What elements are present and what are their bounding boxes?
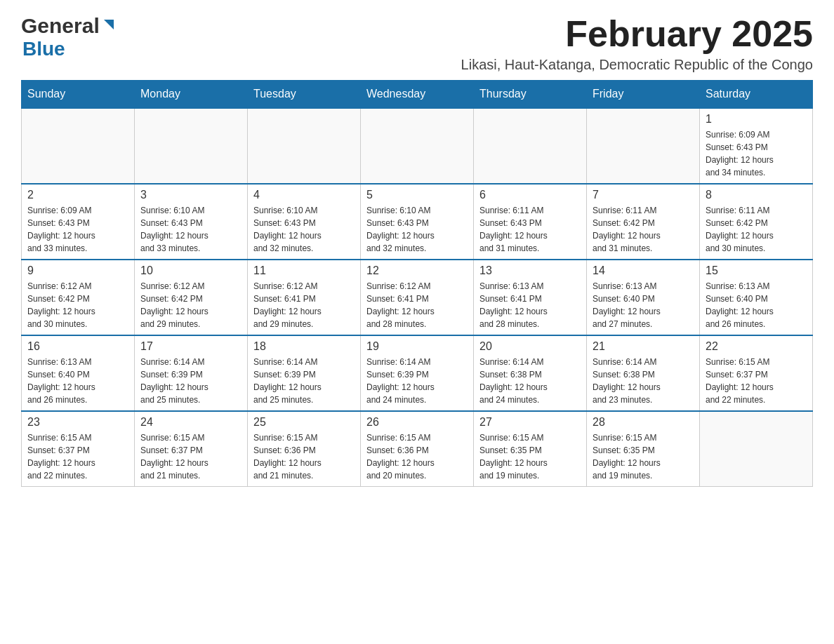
table-row: 3Sunrise: 6:10 AM Sunset: 6:43 PM Daylig… (135, 184, 248, 260)
day-number: 14 (593, 264, 694, 277)
location-subtitle: Likasi, Haut-Katanga, Democratic Republi… (461, 57, 813, 73)
day-info: Sunrise: 6:12 AM Sunset: 6:42 PM Dayligh… (27, 280, 128, 330)
table-row: 5Sunrise: 6:10 AM Sunset: 6:43 PM Daylig… (361, 184, 474, 260)
table-row: 9Sunrise: 6:12 AM Sunset: 6:42 PM Daylig… (22, 260, 135, 335)
day-info: Sunrise: 6:14 AM Sunset: 6:39 PM Dayligh… (366, 356, 468, 406)
day-info: Sunrise: 6:15 AM Sunset: 6:37 PM Dayligh… (706, 356, 807, 406)
logo: General Blue (21, 14, 117, 60)
title-section: February 2025 Likasi, Haut-Katanga, Demo… (461, 14, 813, 73)
table-row: 16Sunrise: 6:13 AM Sunset: 6:40 PM Dayli… (22, 335, 135, 411)
day-info: Sunrise: 6:15 AM Sunset: 6:37 PM Dayligh… (27, 431, 128, 482)
header-sunday: Sunday (22, 81, 135, 109)
day-info: Sunrise: 6:14 AM Sunset: 6:38 PM Dayligh… (593, 356, 694, 406)
header-tuesday: Tuesday (248, 81, 361, 109)
table-row: 4Sunrise: 6:10 AM Sunset: 6:43 PM Daylig… (248, 184, 361, 260)
table-row (361, 108, 474, 184)
day-info: Sunrise: 6:10 AM Sunset: 6:43 PM Dayligh… (140, 204, 241, 255)
table-row: 10Sunrise: 6:12 AM Sunset: 6:42 PM Dayli… (135, 260, 248, 335)
day-info: Sunrise: 6:13 AM Sunset: 6:41 PM Dayligh… (479, 280, 581, 330)
day-number: 8 (706, 189, 807, 201)
table-row: 20Sunrise: 6:14 AM Sunset: 6:38 PM Dayli… (474, 335, 587, 411)
table-row: 6Sunrise: 6:11 AM Sunset: 6:43 PM Daylig… (474, 184, 587, 260)
calendar-week-row: 1Sunrise: 6:09 AM Sunset: 6:43 PM Daylig… (22, 108, 813, 184)
calendar-table: Sunday Monday Tuesday Wednesday Thursday… (21, 80, 813, 487)
table-row: 12Sunrise: 6:12 AM Sunset: 6:41 PM Dayli… (361, 260, 474, 335)
table-row: 26Sunrise: 6:15 AM Sunset: 6:36 PM Dayli… (361, 411, 474, 487)
table-row: 25Sunrise: 6:15 AM Sunset: 6:36 PM Dayli… (248, 411, 361, 487)
calendar-week-row: 9Sunrise: 6:12 AM Sunset: 6:42 PM Daylig… (22, 260, 813, 335)
table-row: 17Sunrise: 6:14 AM Sunset: 6:39 PM Dayli… (135, 335, 248, 411)
day-info: Sunrise: 6:12 AM Sunset: 6:42 PM Dayligh… (140, 280, 241, 330)
logo-general-text: General (21, 14, 100, 38)
svg-marker-0 (104, 20, 114, 29)
header-wednesday: Wednesday (361, 81, 474, 109)
day-info: Sunrise: 6:09 AM Sunset: 6:43 PM Dayligh… (706, 128, 807, 179)
day-info: Sunrise: 6:15 AM Sunset: 6:35 PM Dayligh… (479, 431, 581, 482)
day-number: 28 (593, 416, 694, 429)
page-header: General Blue February 2025 Likasi, Haut-… (21, 14, 813, 73)
day-number: 20 (479, 340, 581, 353)
table-row: 21Sunrise: 6:14 AM Sunset: 6:38 PM Dayli… (587, 335, 700, 411)
table-row: 28Sunrise: 6:15 AM Sunset: 6:35 PM Dayli… (587, 411, 700, 487)
logo-arrow-icon (101, 17, 117, 35)
table-row: 18Sunrise: 6:14 AM Sunset: 6:39 PM Dayli… (248, 335, 361, 411)
calendar-week-row: 2Sunrise: 6:09 AM Sunset: 6:43 PM Daylig… (22, 184, 813, 260)
table-row: 2Sunrise: 6:09 AM Sunset: 6:43 PM Daylig… (22, 184, 135, 260)
day-number: 2 (27, 189, 128, 201)
table-row: 11Sunrise: 6:12 AM Sunset: 6:41 PM Dayli… (248, 260, 361, 335)
day-number: 27 (479, 416, 581, 429)
table-row: 15Sunrise: 6:13 AM Sunset: 6:40 PM Dayli… (700, 260, 813, 335)
table-row: 1Sunrise: 6:09 AM Sunset: 6:43 PM Daylig… (700, 108, 813, 184)
day-info: Sunrise: 6:12 AM Sunset: 6:41 PM Dayligh… (366, 280, 468, 330)
table-row (248, 108, 361, 184)
table-row: 13Sunrise: 6:13 AM Sunset: 6:41 PM Dayli… (474, 260, 587, 335)
day-info: Sunrise: 6:11 AM Sunset: 6:42 PM Dayligh… (706, 204, 807, 255)
table-row (22, 108, 135, 184)
day-number: 25 (253, 416, 355, 429)
table-row: 8Sunrise: 6:11 AM Sunset: 6:42 PM Daylig… (700, 184, 813, 260)
day-info: Sunrise: 6:13 AM Sunset: 6:40 PM Dayligh… (706, 280, 807, 330)
table-row (700, 411, 813, 487)
day-number: 4 (253, 189, 355, 201)
day-info: Sunrise: 6:15 AM Sunset: 6:35 PM Dayligh… (593, 431, 694, 482)
header-monday: Monday (135, 81, 248, 109)
day-info: Sunrise: 6:12 AM Sunset: 6:41 PM Dayligh… (253, 280, 355, 330)
day-number: 15 (706, 264, 807, 277)
day-number: 3 (140, 189, 241, 201)
calendar-week-row: 23Sunrise: 6:15 AM Sunset: 6:37 PM Dayli… (22, 411, 813, 487)
day-number: 5 (366, 189, 468, 201)
day-number: 24 (140, 416, 241, 429)
day-info: Sunrise: 6:13 AM Sunset: 6:40 PM Dayligh… (593, 280, 694, 330)
day-number: 19 (366, 340, 468, 353)
header-saturday: Saturday (700, 81, 813, 109)
month-title: February 2025 (461, 14, 813, 54)
day-info: Sunrise: 6:14 AM Sunset: 6:39 PM Dayligh… (253, 356, 355, 406)
day-info: Sunrise: 6:15 AM Sunset: 6:37 PM Dayligh… (140, 431, 241, 482)
day-info: Sunrise: 6:11 AM Sunset: 6:42 PM Dayligh… (593, 204, 694, 255)
logo-blue-text: Blue (22, 38, 65, 60)
table-row: 7Sunrise: 6:11 AM Sunset: 6:42 PM Daylig… (587, 184, 700, 260)
day-number: 10 (140, 264, 241, 277)
table-row: 22Sunrise: 6:15 AM Sunset: 6:37 PM Dayli… (700, 335, 813, 411)
day-info: Sunrise: 6:15 AM Sunset: 6:36 PM Dayligh… (366, 431, 468, 482)
day-number: 16 (27, 340, 128, 353)
table-row: 14Sunrise: 6:13 AM Sunset: 6:40 PM Dayli… (587, 260, 700, 335)
table-row: 19Sunrise: 6:14 AM Sunset: 6:39 PM Dayli… (361, 335, 474, 411)
day-info: Sunrise: 6:09 AM Sunset: 6:43 PM Dayligh… (27, 204, 128, 255)
header-thursday: Thursday (474, 81, 587, 109)
day-number: 23 (27, 416, 128, 429)
table-row: 27Sunrise: 6:15 AM Sunset: 6:35 PM Dayli… (474, 411, 587, 487)
calendar-header-row: Sunday Monday Tuesday Wednesday Thursday… (22, 81, 813, 109)
day-info: Sunrise: 6:14 AM Sunset: 6:39 PM Dayligh… (140, 356, 241, 406)
day-info: Sunrise: 6:14 AM Sunset: 6:38 PM Dayligh… (479, 356, 581, 406)
day-number: 12 (366, 264, 468, 277)
day-number: 7 (593, 189, 694, 201)
day-number: 1 (706, 113, 807, 126)
day-info: Sunrise: 6:15 AM Sunset: 6:36 PM Dayligh… (253, 431, 355, 482)
header-friday: Friday (587, 81, 700, 109)
day-number: 17 (140, 340, 241, 353)
day-number: 26 (366, 416, 468, 429)
day-number: 18 (253, 340, 355, 353)
table-row (135, 108, 248, 184)
table-row (587, 108, 700, 184)
